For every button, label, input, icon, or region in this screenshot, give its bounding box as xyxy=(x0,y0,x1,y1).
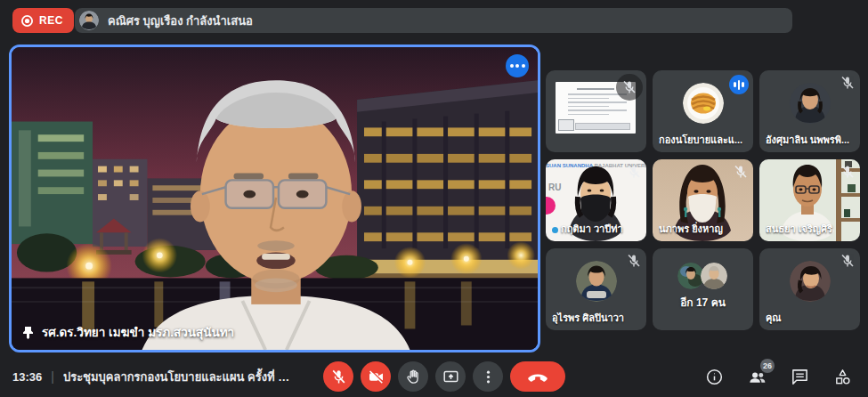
meeting-info-group: 13:36 | ประชุมบุคลากรกองนโยบายและแผน ครั… xyxy=(12,356,290,397)
record-icon xyxy=(20,14,34,28)
self-label: คุณ xyxy=(766,310,854,326)
mic-off-icon xyxy=(626,253,642,269)
divider: | xyxy=(51,369,54,384)
mic-mute-button[interactable] xyxy=(323,361,353,392)
main-video-feed xyxy=(12,47,538,350)
participant-avatar xyxy=(576,261,617,302)
participant-avatar xyxy=(790,83,831,124)
more-participants-label: อีก 17 คน xyxy=(659,294,747,311)
mic-off-icon xyxy=(626,164,642,180)
tile-overflow-participants[interactable]: อีก 17 คน xyxy=(653,248,753,330)
more-options-button[interactable] xyxy=(473,361,503,392)
camera-dot-icon xyxy=(552,227,558,233)
tile-participant[interactable]: อุไรพร ศิลปินาวา xyxy=(546,248,646,330)
participant-count-badge: 26 xyxy=(760,359,775,373)
call-controls xyxy=(323,361,565,392)
presenter-status-chip: คณิศร บุญเรือง กำลังนำเสนอ xyxy=(75,8,792,33)
share-toolbar xyxy=(575,123,630,130)
tile-participant[interactable]: นภาพร ยิ่งหาญ xyxy=(653,159,753,241)
meeting-control-bar: 13:36 | ประชุมบุคลากรกองนโยบายและแผน ครั… xyxy=(0,356,868,397)
participant-grid: กองนโยบายและแ... อังศุมาลิน นพพรพิ... SU… xyxy=(546,70,860,330)
pinned-video-tile[interactable]: รศ.ดร.วิทยา เมฆขำ มรภ.สวนสุนันทา xyxy=(9,45,540,352)
mic-off-icon xyxy=(840,75,856,91)
camera-off-button[interactable] xyxy=(361,361,391,392)
pin-icon xyxy=(22,326,34,339)
tile-screen-share[interactable] xyxy=(546,70,646,152)
mic-off-icon xyxy=(733,164,749,180)
tile-participant[interactable]: กองนโยบายและแ... xyxy=(653,70,753,152)
recording-indicator-button[interactable]: REC xyxy=(12,8,74,33)
rec-label: REC xyxy=(39,14,63,27)
tile-options-button[interactable] xyxy=(506,54,529,77)
participant-name: กองนโยบายและแ... xyxy=(659,132,747,148)
tile-participant[interactable]: สนธยา เจริญศิริ xyxy=(759,159,860,241)
tile-participant[interactable]: อังศุมาลิน นพพรพิ... xyxy=(759,70,860,152)
raise-hand-button[interactable] xyxy=(398,361,428,392)
participant-name: กฤติมา วาปีท่า xyxy=(552,221,640,237)
mic-off-icon xyxy=(616,74,643,101)
activities-button[interactable] xyxy=(832,367,852,386)
meeting-details-button[interactable] xyxy=(704,367,724,386)
pinned-name-label: รศ.ดร.วิทยา เมฆขำ มรภ.สวนสุนันทา xyxy=(22,322,234,342)
participant-name: อังศุมาลิน นพพรพิ... xyxy=(766,132,854,148)
participants-button[interactable]: 26 xyxy=(747,367,767,386)
presenter-avatar xyxy=(79,11,99,30)
meeting-title: ประชุมบุคลากรกองนโยบายและแผน ครั้งที่ 5/… xyxy=(63,368,290,386)
participant-name: สนธยา เจริญศิริ xyxy=(766,221,854,237)
share-inset-window xyxy=(558,119,574,131)
speaking-indicator-icon xyxy=(729,75,749,94)
tile-participant[interactable]: SUAN SUNANDHA RAJABHAT UNIVERSITY RU กฤต… xyxy=(546,159,646,241)
end-call-button[interactable] xyxy=(510,361,565,392)
participant-avatar-food xyxy=(683,83,724,124)
tile-self[interactable]: คุณ xyxy=(759,248,860,330)
clock-time: 13:36 xyxy=(12,370,42,384)
mic-off-icon xyxy=(840,164,856,180)
self-avatar xyxy=(790,261,831,302)
overflow-avatars xyxy=(677,263,729,289)
presenter-text: คณิศร บุญเรือง กำลังนำเสนอ xyxy=(108,12,253,30)
participant-name: อุไรพร ศิลปินาวา xyxy=(552,310,640,326)
present-screen-button[interactable] xyxy=(435,361,466,392)
panel-controls: 26 xyxy=(704,356,852,397)
mic-off-icon xyxy=(840,253,856,269)
participant-name: นภาพร ยิ่งหาญ xyxy=(659,221,747,237)
chat-button[interactable] xyxy=(790,367,809,386)
